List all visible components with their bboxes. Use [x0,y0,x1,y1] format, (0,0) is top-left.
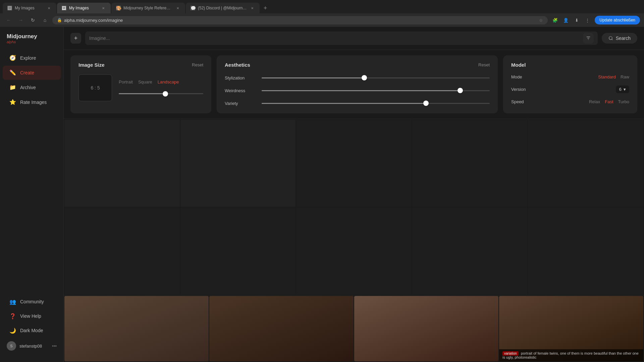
address-bar[interactable]: 🔒 alpha.midjourney.com/imagine ☆ [52,16,548,24]
tab-4-close[interactable]: ✕ [250,5,255,11]
sidebar-item-rate-images[interactable]: ⭐ Rate Images [3,95,61,109]
variety-track [262,103,490,104]
stylization-slider[interactable] [262,74,490,81]
download-btn[interactable]: ⬇ [572,15,581,25]
tab-3-close[interactable]: ✕ [175,5,180,11]
grid-cell-7[interactable] [180,207,296,295]
sidebar-item-community[interactable]: 👥 Community [3,295,61,309]
grid-cell-9[interactable] [412,207,528,295]
sidebar-item-dark-label: Dark Mode [20,328,43,333]
sidebar-item-create[interactable]: ✏️ Create [3,66,61,80]
grid-cell-4[interactable] [412,120,528,207]
tab-4[interactable]: 💬 (52) Discord | @Midjourney Bot ✕ [186,3,260,13]
grid-cell-2[interactable] [180,120,296,207]
stylization-track [262,77,490,78]
search-button[interactable]: Search [602,33,637,44]
user-more-button[interactable]: ••• [52,344,57,349]
weirdness-thumb[interactable] [458,88,463,93]
image-size-reset[interactable]: Reset [192,62,203,67]
sidebar-item-view-help[interactable]: ❓ View Help [3,309,61,323]
filter-button[interactable] [583,33,594,44]
grid-cell-3[interactable] [296,120,412,207]
new-creation-button[interactable]: + [70,33,81,44]
aesthetics-panel: Aesthetics Reset Stylization Weirdness [217,55,498,113]
tab-1[interactable]: 🖼 My Images ✕ [3,3,56,13]
explore-icon: 🧭 [9,55,16,61]
speed-fast[interactable]: Fast [605,99,613,104]
thumb-1[interactable] [64,296,209,361]
svg-point-3 [609,37,612,40]
home-button[interactable]: ⌂ [40,15,50,25]
weirdness-slider[interactable] [262,87,490,94]
grid-cell-8[interactable] [296,207,412,295]
sidebar-item-dark-mode[interactable]: 🌙 Dark Mode [3,323,61,338]
rate-icon: ⭐ [9,99,16,106]
imagine-input[interactable] [89,34,583,42]
aesthetics-reset[interactable]: Reset [478,62,490,67]
sidebar-item-create-label: Create [20,70,34,75]
archive-icon: 📁 [9,84,16,91]
extensions-btn[interactable]: 🧩 [550,15,560,25]
profile-btn[interactable]: 👤 [561,15,571,25]
size-slider-fill [119,93,165,94]
thumb-2[interactable] [209,296,354,361]
thumb-3[interactable] [354,296,498,361]
update-button[interactable]: Update abschließen [595,16,640,24]
tab-2-favicon: 🖼 [62,6,66,10]
menu-btn[interactable]: ⋮ [583,15,592,25]
grid-cell-5[interactable] [528,120,643,207]
tab-bar: 🖼 My Images ✕ 🖼 My Images ✕ 🎨 Midjourney… [0,0,644,13]
version-select[interactable]: 6 ▾ [616,85,629,93]
variation-info: variation portrait of female twins, one … [499,349,643,361]
variety-thumb[interactable] [423,101,429,106]
size-slider-thumb[interactable] [163,91,168,97]
orientation-tabs: Portrait Square Landscape [119,79,203,85]
grid-cell-10[interactable] [528,207,643,295]
thumb-4[interactable]: variation portrait of female twins, one … [499,296,643,361]
imagine-input-container[interactable] [85,32,598,45]
user-row[interactable]: S stefanstp08 ••• [0,338,63,354]
grid-cell-1[interactable] [64,120,180,207]
tab-2[interactable]: 🖼 My Images ✕ [57,3,111,13]
sidebar-item-archive[interactable]: 📁 Archive [3,80,61,95]
tab-3-favicon: 🎨 [116,6,121,10]
tab-2-close[interactable]: ✕ [101,5,106,11]
model-panel: Model Mode Standard Raw Version 6 ▾ [503,55,637,113]
speed-turbo[interactable]: Turbo [618,99,629,104]
tab-1-close[interactable]: ✕ [46,5,52,11]
mode-options: Standard Raw [598,74,629,79]
grid-cell-6[interactable] [64,207,180,295]
variety-slider[interactable] [262,100,490,107]
variety-fill [262,103,426,104]
mode-standard[interactable]: Standard [598,74,616,79]
forward-button[interactable]: → [16,15,25,25]
orient-portrait[interactable]: Portrait [119,79,133,85]
orient-square[interactable]: Square [138,79,152,85]
variation-text: portrait of female twins, one of them is… [502,351,639,359]
tab-2-title: My Images [69,6,98,10]
weirdness-track [262,90,490,91]
sidebar-item-explore[interactable]: 🧭 Explore [3,51,61,65]
size-slider[interactable] [119,90,203,97]
sidebar-item-help-label: View Help [20,313,41,319]
back-button[interactable]: ← [4,15,13,25]
main-content: + Search Image Size [64,27,644,362]
mode-row: Mode Standard Raw [511,74,629,79]
variety-row: Variety [225,100,490,107]
speed-relax[interactable]: Relax [589,99,600,104]
tab-3-title: Midjourney Style Reference [123,6,172,10]
help-icon: ❓ [9,313,16,319]
mode-raw[interactable]: Raw [621,74,629,79]
app-layout: Midjourney alpha 🧭 Explore ✏️ Create 📁 A… [0,27,644,362]
logo-midjourney: Midjourney [7,34,57,40]
reload-button[interactable]: ↻ [28,15,38,25]
stylization-thumb[interactable] [362,75,367,80]
tab-3[interactable]: 🎨 Midjourney Style Reference ✕ [111,3,185,13]
aspect-ratio-label: 6 : 5 [91,85,100,90]
new-tab-button[interactable]: + [260,3,270,13]
sidebar-item-rate-label: Rate Images [20,100,47,105]
aesthetics-header: Aesthetics Reset [225,62,490,68]
orient-landscape[interactable]: Landscape [158,79,179,85]
bookmark-icon[interactable]: ☆ [539,18,543,23]
logo-alpha: alpha [7,40,57,44]
